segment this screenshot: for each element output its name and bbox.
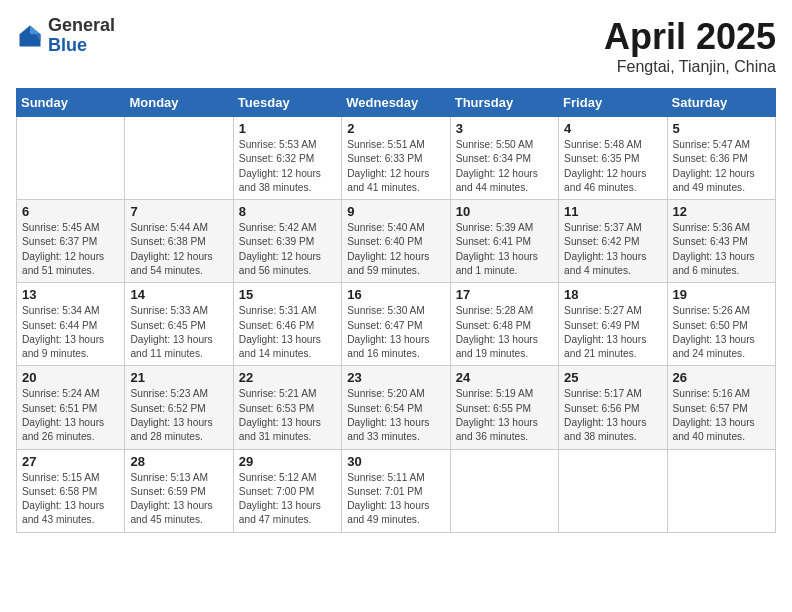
cell-content: Sunrise: 5:37 AMSunset: 6:42 PMDaylight:… — [564, 221, 661, 278]
day-number: 23 — [347, 370, 444, 385]
cell-content: Sunrise: 5:27 AMSunset: 6:49 PMDaylight:… — [564, 304, 661, 361]
calendar-cell: 10Sunrise: 5:39 AMSunset: 6:41 PMDayligh… — [450, 200, 558, 283]
logo: General Blue — [16, 16, 115, 56]
calendar-cell: 7Sunrise: 5:44 AMSunset: 6:38 PMDaylight… — [125, 200, 233, 283]
day-number: 13 — [22, 287, 119, 302]
day-number: 20 — [22, 370, 119, 385]
day-number: 1 — [239, 121, 336, 136]
day-number: 2 — [347, 121, 444, 136]
cell-content: Sunrise: 5:39 AMSunset: 6:41 PMDaylight:… — [456, 221, 553, 278]
cell-content: Sunrise: 5:26 AMSunset: 6:50 PMDaylight:… — [673, 304, 770, 361]
cell-content: Sunrise: 5:28 AMSunset: 6:48 PMDaylight:… — [456, 304, 553, 361]
cell-content: Sunrise: 5:44 AMSunset: 6:38 PMDaylight:… — [130, 221, 227, 278]
calendar-cell — [125, 117, 233, 200]
calendar-cell — [17, 117, 125, 200]
calendar-cell — [450, 449, 558, 532]
calendar-cell — [559, 449, 667, 532]
cell-content: Sunrise: 5:11 AMSunset: 7:01 PMDaylight:… — [347, 471, 444, 528]
day-number: 26 — [673, 370, 770, 385]
calendar-cell: 26Sunrise: 5:16 AMSunset: 6:57 PMDayligh… — [667, 366, 775, 449]
calendar-cell: 6Sunrise: 5:45 AMSunset: 6:37 PMDaylight… — [17, 200, 125, 283]
day-number: 3 — [456, 121, 553, 136]
calendar-cell: 22Sunrise: 5:21 AMSunset: 6:53 PMDayligh… — [233, 366, 341, 449]
day-number: 15 — [239, 287, 336, 302]
main-title: April 2025 — [604, 16, 776, 58]
cell-content: Sunrise: 5:17 AMSunset: 6:56 PMDaylight:… — [564, 387, 661, 444]
calendar-cell: 11Sunrise: 5:37 AMSunset: 6:42 PMDayligh… — [559, 200, 667, 283]
cell-content: Sunrise: 5:33 AMSunset: 6:45 PMDaylight:… — [130, 304, 227, 361]
page-header: General Blue April 2025 Fengtai, Tianjin… — [16, 16, 776, 76]
calendar-cell: 15Sunrise: 5:31 AMSunset: 6:46 PMDayligh… — [233, 283, 341, 366]
cell-content: Sunrise: 5:21 AMSunset: 6:53 PMDaylight:… — [239, 387, 336, 444]
calendar-week-row: 6Sunrise: 5:45 AMSunset: 6:37 PMDaylight… — [17, 200, 776, 283]
title-block: April 2025 Fengtai, Tianjin, China — [604, 16, 776, 76]
calendar-cell: 25Sunrise: 5:17 AMSunset: 6:56 PMDayligh… — [559, 366, 667, 449]
weekday-header: Monday — [125, 89, 233, 117]
cell-content: Sunrise: 5:34 AMSunset: 6:44 PMDaylight:… — [22, 304, 119, 361]
cell-content: Sunrise: 5:51 AMSunset: 6:33 PMDaylight:… — [347, 138, 444, 195]
calendar-cell: 1Sunrise: 5:53 AMSunset: 6:32 PMDaylight… — [233, 117, 341, 200]
cell-content: Sunrise: 5:13 AMSunset: 6:59 PMDaylight:… — [130, 471, 227, 528]
calendar-cell: 17Sunrise: 5:28 AMSunset: 6:48 PMDayligh… — [450, 283, 558, 366]
weekday-header: Friday — [559, 89, 667, 117]
day-number: 10 — [456, 204, 553, 219]
cell-content: Sunrise: 5:40 AMSunset: 6:40 PMDaylight:… — [347, 221, 444, 278]
calendar-cell: 24Sunrise: 5:19 AMSunset: 6:55 PMDayligh… — [450, 366, 558, 449]
day-number: 8 — [239, 204, 336, 219]
cell-content: Sunrise: 5:45 AMSunset: 6:37 PMDaylight:… — [22, 221, 119, 278]
calendar-cell: 12Sunrise: 5:36 AMSunset: 6:43 PMDayligh… — [667, 200, 775, 283]
cell-content: Sunrise: 5:24 AMSunset: 6:51 PMDaylight:… — [22, 387, 119, 444]
day-number: 22 — [239, 370, 336, 385]
calendar-cell: 21Sunrise: 5:23 AMSunset: 6:52 PMDayligh… — [125, 366, 233, 449]
calendar-cell: 28Sunrise: 5:13 AMSunset: 6:59 PMDayligh… — [125, 449, 233, 532]
day-number: 18 — [564, 287, 661, 302]
day-number: 5 — [673, 121, 770, 136]
day-number: 11 — [564, 204, 661, 219]
day-number: 19 — [673, 287, 770, 302]
calendar-header-row: SundayMondayTuesdayWednesdayThursdayFrid… — [17, 89, 776, 117]
logo-text: General Blue — [48, 16, 115, 56]
weekday-header: Wednesday — [342, 89, 450, 117]
calendar-week-row: 27Sunrise: 5:15 AMSunset: 6:58 PMDayligh… — [17, 449, 776, 532]
day-number: 12 — [673, 204, 770, 219]
cell-content: Sunrise: 5:19 AMSunset: 6:55 PMDaylight:… — [456, 387, 553, 444]
calendar-cell: 27Sunrise: 5:15 AMSunset: 6:58 PMDayligh… — [17, 449, 125, 532]
weekday-header: Saturday — [667, 89, 775, 117]
day-number: 14 — [130, 287, 227, 302]
calendar-cell: 18Sunrise: 5:27 AMSunset: 6:49 PMDayligh… — [559, 283, 667, 366]
calendar-week-row: 1Sunrise: 5:53 AMSunset: 6:32 PMDaylight… — [17, 117, 776, 200]
day-number: 21 — [130, 370, 227, 385]
day-number: 4 — [564, 121, 661, 136]
svg-marker-1 — [30, 25, 41, 34]
calendar-cell: 23Sunrise: 5:20 AMSunset: 6:54 PMDayligh… — [342, 366, 450, 449]
day-number: 28 — [130, 454, 227, 469]
cell-content: Sunrise: 5:12 AMSunset: 7:00 PMDaylight:… — [239, 471, 336, 528]
day-number: 17 — [456, 287, 553, 302]
weekday-header: Tuesday — [233, 89, 341, 117]
cell-content: Sunrise: 5:42 AMSunset: 6:39 PMDaylight:… — [239, 221, 336, 278]
cell-content: Sunrise: 5:31 AMSunset: 6:46 PMDaylight:… — [239, 304, 336, 361]
cell-content: Sunrise: 5:50 AMSunset: 6:34 PMDaylight:… — [456, 138, 553, 195]
calendar-week-row: 20Sunrise: 5:24 AMSunset: 6:51 PMDayligh… — [17, 366, 776, 449]
calendar-week-row: 13Sunrise: 5:34 AMSunset: 6:44 PMDayligh… — [17, 283, 776, 366]
calendar-cell: 29Sunrise: 5:12 AMSunset: 7:00 PMDayligh… — [233, 449, 341, 532]
cell-content: Sunrise: 5:48 AMSunset: 6:35 PMDaylight:… — [564, 138, 661, 195]
day-number: 16 — [347, 287, 444, 302]
cell-content: Sunrise: 5:23 AMSunset: 6:52 PMDaylight:… — [130, 387, 227, 444]
day-number: 6 — [22, 204, 119, 219]
day-number: 9 — [347, 204, 444, 219]
day-number: 27 — [22, 454, 119, 469]
cell-content: Sunrise: 5:53 AMSunset: 6:32 PMDaylight:… — [239, 138, 336, 195]
cell-content: Sunrise: 5:16 AMSunset: 6:57 PMDaylight:… — [673, 387, 770, 444]
calendar-cell: 20Sunrise: 5:24 AMSunset: 6:51 PMDayligh… — [17, 366, 125, 449]
subtitle: Fengtai, Tianjin, China — [604, 58, 776, 76]
day-number: 24 — [456, 370, 553, 385]
day-number: 7 — [130, 204, 227, 219]
weekday-header: Thursday — [450, 89, 558, 117]
calendar-cell: 13Sunrise: 5:34 AMSunset: 6:44 PMDayligh… — [17, 283, 125, 366]
cell-content: Sunrise: 5:30 AMSunset: 6:47 PMDaylight:… — [347, 304, 444, 361]
weekday-header: Sunday — [17, 89, 125, 117]
day-number: 29 — [239, 454, 336, 469]
day-number: 30 — [347, 454, 444, 469]
calendar-cell: 8Sunrise: 5:42 AMSunset: 6:39 PMDaylight… — [233, 200, 341, 283]
